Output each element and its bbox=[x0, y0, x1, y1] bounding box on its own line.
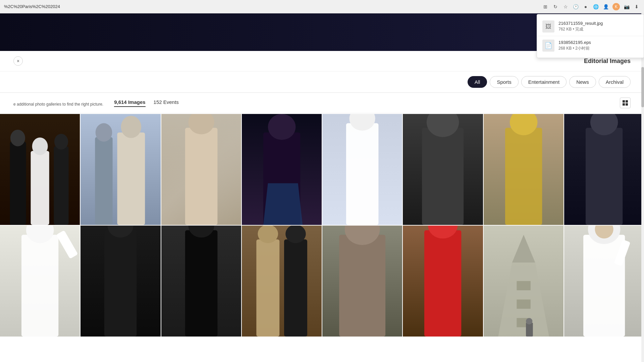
image-cell-10[interactable] bbox=[80, 226, 160, 337]
filter-entertainment-button[interactable]: Entertainment bbox=[521, 76, 567, 88]
image-cell-14[interactable] bbox=[403, 226, 483, 337]
download-filename-2: 1938562195.eps bbox=[558, 40, 638, 45]
svg-rect-6 bbox=[31, 151, 49, 225]
download-meta-2: 268 KB • 2小时前 bbox=[558, 46, 638, 51]
stats-tabs: 9,614 Images 152 Events bbox=[114, 99, 178, 107]
svg-rect-31 bbox=[185, 230, 217, 337]
download-panel: 🖼 2163711559_result.jpg 762 KB • 完成 📄 19… bbox=[537, 14, 644, 58]
main-content: × Editorial Images All Sports Entertainm… bbox=[0, 13, 644, 337]
browser-icons: ⊞ ↻ ☆ 🕐 ● 🌐 👤 K 📷 ⬇ bbox=[542, 3, 640, 10]
filters-bar: All Sports Entertainment News Archival bbox=[0, 71, 644, 93]
image-cell-16[interactable] bbox=[564, 226, 644, 337]
svg-rect-4 bbox=[10, 142, 26, 225]
download-meta-1: 762 KB • 完成 bbox=[558, 26, 638, 32]
modal-title: Editorial Images bbox=[584, 58, 631, 65]
svg-rect-44 bbox=[526, 322, 533, 336]
download-item-1[interactable]: 🖼 2163711559_result.jpg 762 KB • 完成 bbox=[537, 17, 644, 36]
svg-rect-8 bbox=[54, 146, 68, 225]
image-cell-8[interactable] bbox=[564, 114, 644, 225]
image-cell-5[interactable] bbox=[322, 114, 402, 225]
browser-bar: %2C%20Paris%2C%202024 ⊞ ↻ ☆ 🕐 ● 🌐 👤 K 📷 … bbox=[0, 0, 644, 13]
image-grid bbox=[0, 113, 644, 337]
download-thumb-2: 📄 bbox=[542, 40, 554, 52]
image-cell-13[interactable] bbox=[322, 226, 402, 337]
camera-icon[interactable]: 📷 bbox=[623, 3, 630, 10]
image-cell-12[interactable] bbox=[242, 226, 322, 337]
image-cell-9[interactable] bbox=[0, 226, 80, 337]
svg-point-7 bbox=[32, 137, 48, 155]
svg-point-17 bbox=[268, 114, 296, 140]
svg-rect-2 bbox=[623, 103, 625, 106]
image-cell-15[interactable] bbox=[484, 226, 564, 337]
download-filename-1: 2163711559_result.jpg bbox=[558, 21, 638, 26]
events-tab[interactable]: 152 Events bbox=[154, 99, 179, 107]
svg-rect-0 bbox=[623, 100, 625, 103]
history-icon[interactable]: 🕐 bbox=[572, 3, 579, 10]
svg-point-45 bbox=[526, 318, 532, 324]
image-cell-2[interactable] bbox=[80, 114, 160, 225]
svg-rect-29 bbox=[104, 230, 137, 337]
image-cell-6[interactable] bbox=[403, 114, 483, 225]
svg-point-13 bbox=[121, 116, 142, 138]
svg-rect-33 bbox=[256, 239, 279, 337]
svg-point-9 bbox=[54, 134, 68, 149]
svg-rect-14 bbox=[185, 128, 217, 225]
star-icon[interactable]: ☆ bbox=[562, 3, 569, 10]
browser-url: %2C%20Paris%2C%202024 bbox=[4, 4, 542, 9]
svg-rect-20 bbox=[422, 128, 464, 225]
image-cell-7[interactable] bbox=[484, 114, 564, 225]
svg-rect-28 bbox=[56, 230, 78, 259]
image-cell-11[interactable] bbox=[161, 226, 241, 337]
extensions-icon[interactable]: ⊞ bbox=[542, 3, 549, 10]
filter-sports-button[interactable]: Sports bbox=[490, 76, 518, 88]
svg-rect-10 bbox=[95, 137, 113, 225]
svg-point-11 bbox=[96, 123, 112, 142]
scrollbar-thumb[interactable] bbox=[641, 67, 644, 107]
hint-text: e additional photo galleries to find the… bbox=[13, 102, 103, 107]
download-icon[interactable]: ⬇ bbox=[633, 3, 640, 10]
profile-icon[interactable]: 👤 bbox=[602, 3, 609, 10]
svg-rect-35 bbox=[284, 239, 307, 337]
svg-rect-12 bbox=[117, 132, 145, 225]
svg-rect-41 bbox=[517, 281, 530, 290]
svg-rect-22 bbox=[505, 128, 542, 225]
modal-close-button[interactable]: × bbox=[13, 56, 23, 66]
image-cell-4[interactable] bbox=[242, 114, 322, 225]
stats-bar: e additional photo galleries to find the… bbox=[0, 93, 644, 113]
edge-icon[interactable]: 🌐 bbox=[592, 3, 599, 10]
download-thumb-1: 🖼 bbox=[542, 20, 554, 33]
filter-news-button[interactable]: News bbox=[569, 76, 596, 88]
svg-rect-26 bbox=[21, 235, 58, 336]
image-cell-3[interactable] bbox=[161, 114, 241, 225]
download-info-1: 2163711559_result.jpg 762 KB • 完成 bbox=[558, 21, 638, 32]
svg-rect-46 bbox=[583, 235, 625, 336]
filter-archival-button[interactable]: Archival bbox=[599, 76, 631, 88]
svg-rect-37 bbox=[339, 235, 385, 336]
filter-all-button[interactable]: All bbox=[468, 76, 487, 88]
svg-rect-1 bbox=[626, 100, 628, 103]
profile2-icon[interactable]: K bbox=[612, 3, 620, 10]
refresh-icon[interactable]: ↻ bbox=[552, 3, 559, 10]
svg-point-5 bbox=[10, 130, 25, 146]
images-tab[interactable]: 9,614 Images bbox=[114, 99, 145, 107]
svg-rect-24 bbox=[586, 128, 623, 225]
svg-rect-39 bbox=[424, 230, 461, 337]
grid-view-toggle[interactable] bbox=[620, 98, 631, 108]
svg-rect-18 bbox=[346, 123, 379, 225]
chrome-icon[interactable]: ● bbox=[582, 3, 589, 10]
svg-rect-3 bbox=[626, 103, 628, 106]
image-cell-1[interactable] bbox=[0, 114, 80, 225]
download-info-2: 1938562195.eps 268 KB • 2小时前 bbox=[558, 40, 638, 51]
download-item-2[interactable]: 📄 1938562195.eps 268 KB • 2小时前 bbox=[537, 36, 644, 55]
svg-rect-42 bbox=[517, 299, 530, 309]
